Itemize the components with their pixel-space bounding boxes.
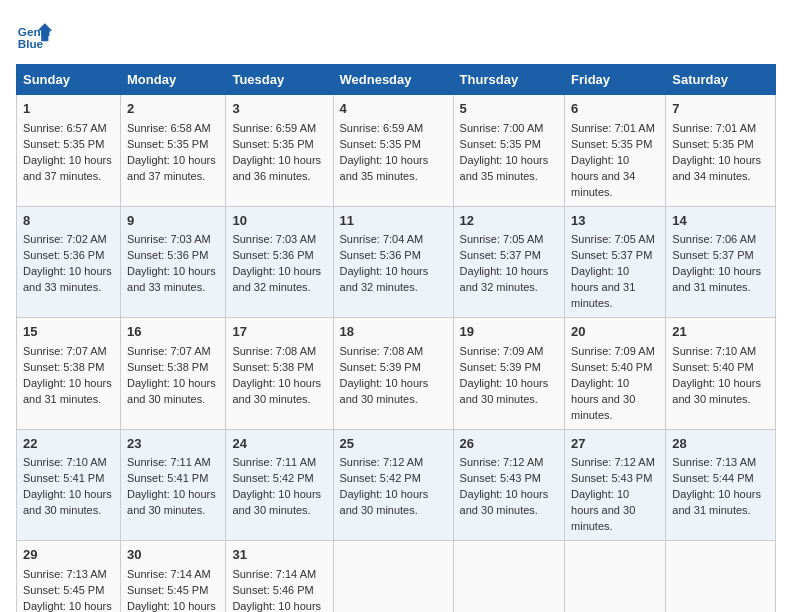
sunrise-label: Sunrise: 7:09 AM — [460, 345, 544, 357]
day-cell: 24Sunrise: 7:11 AMSunset: 5:42 PMDayligh… — [226, 429, 333, 541]
week-row-4: 22Sunrise: 7:10 AMSunset: 5:41 PMDayligh… — [17, 429, 776, 541]
sunrise-label: Sunrise: 7:03 AM — [232, 233, 316, 245]
day-cell: 25Sunrise: 7:12 AMSunset: 5:42 PMDayligh… — [333, 429, 453, 541]
sunrise-label: Sunrise: 7:14 AM — [127, 568, 211, 580]
day-number: 20 — [571, 323, 659, 342]
day-number: 10 — [232, 212, 326, 231]
day-number: 23 — [127, 435, 219, 454]
daylight-label: Daylight: 10 hours and 30 minutes. — [23, 488, 112, 516]
sunrise-label: Sunrise: 6:57 AM — [23, 122, 107, 134]
column-header-sunday: Sunday — [17, 65, 121, 95]
day-cell: 31Sunrise: 7:14 AMSunset: 5:46 PMDayligh… — [226, 541, 333, 612]
column-header-tuesday: Tuesday — [226, 65, 333, 95]
sunset-label: Sunset: 5:36 PM — [232, 249, 313, 261]
calendar-table: SundayMondayTuesdayWednesdayThursdayFrid… — [16, 64, 776, 612]
sunrise-label: Sunrise: 7:10 AM — [23, 456, 107, 468]
sunrise-label: Sunrise: 7:11 AM — [127, 456, 211, 468]
day-cell: 14Sunrise: 7:06 AMSunset: 5:37 PMDayligh… — [666, 206, 776, 318]
sunset-label: Sunset: 5:40 PM — [571, 361, 652, 373]
day-cell: 2Sunrise: 6:58 AMSunset: 5:35 PMDaylight… — [121, 95, 226, 207]
day-number: 11 — [340, 212, 447, 231]
daylight-label: Daylight: 10 hours and 35 minutes. — [340, 154, 429, 182]
daylight-label: Daylight: 10 hours and 32 minutes. — [460, 265, 549, 293]
day-number: 4 — [340, 100, 447, 119]
sunrise-label: Sunrise: 7:00 AM — [460, 122, 544, 134]
daylight-label: Daylight: 10 hours and 30 minutes. — [672, 377, 761, 405]
daylight-label: Daylight: 10 hours and 37 minutes. — [127, 154, 216, 182]
day-cell: 1Sunrise: 6:57 AMSunset: 5:35 PMDaylight… — [17, 95, 121, 207]
page-header: General Blue — [16, 16, 776, 52]
day-number: 26 — [460, 435, 558, 454]
daylight-label: Daylight: 10 hours and 32 minutes. — [232, 600, 321, 612]
day-number: 16 — [127, 323, 219, 342]
sunset-label: Sunset: 5:39 PM — [460, 361, 541, 373]
sunset-label: Sunset: 5:36 PM — [23, 249, 104, 261]
day-cell — [666, 541, 776, 612]
sunset-label: Sunset: 5:44 PM — [672, 472, 753, 484]
day-number: 17 — [232, 323, 326, 342]
day-cell: 6Sunrise: 7:01 AMSunset: 5:35 PMDaylight… — [565, 95, 666, 207]
daylight-label: Daylight: 10 hours and 30 minutes. — [232, 488, 321, 516]
sunset-label: Sunset: 5:38 PM — [127, 361, 208, 373]
daylight-label: Daylight: 10 hours and 30 minutes. — [127, 377, 216, 405]
day-cell: 5Sunrise: 7:00 AMSunset: 5:35 PMDaylight… — [453, 95, 564, 207]
sunrise-label: Sunrise: 7:05 AM — [460, 233, 544, 245]
day-cell: 12Sunrise: 7:05 AMSunset: 5:37 PMDayligh… — [453, 206, 564, 318]
day-cell: 30Sunrise: 7:14 AMSunset: 5:45 PMDayligh… — [121, 541, 226, 612]
sunrise-label: Sunrise: 7:12 AM — [571, 456, 655, 468]
week-row-2: 8Sunrise: 7:02 AMSunset: 5:36 PMDaylight… — [17, 206, 776, 318]
sunrise-label: Sunrise: 7:07 AM — [127, 345, 211, 357]
sunset-label: Sunset: 5:35 PM — [340, 138, 421, 150]
sunrise-label: Sunrise: 7:05 AM — [571, 233, 655, 245]
day-number: 2 — [127, 100, 219, 119]
day-number: 30 — [127, 546, 219, 565]
sunset-label: Sunset: 5:41 PM — [127, 472, 208, 484]
day-cell: 28Sunrise: 7:13 AMSunset: 5:44 PMDayligh… — [666, 429, 776, 541]
daylight-label: Daylight: 10 hours and 30 minutes. — [232, 377, 321, 405]
sunset-label: Sunset: 5:39 PM — [340, 361, 421, 373]
daylight-label: Daylight: 10 hours and 30 minutes. — [571, 488, 635, 532]
day-number: 3 — [232, 100, 326, 119]
column-header-friday: Friday — [565, 65, 666, 95]
sunset-label: Sunset: 5:38 PM — [23, 361, 104, 373]
sunset-label: Sunset: 5:37 PM — [672, 249, 753, 261]
day-cell: 15Sunrise: 7:07 AMSunset: 5:38 PMDayligh… — [17, 318, 121, 430]
logo: General Blue — [16, 16, 52, 52]
day-cell: 17Sunrise: 7:08 AMSunset: 5:38 PMDayligh… — [226, 318, 333, 430]
daylight-label: Daylight: 10 hours and 35 minutes. — [460, 154, 549, 182]
day-number: 25 — [340, 435, 447, 454]
sunset-label: Sunset: 5:40 PM — [672, 361, 753, 373]
sunset-label: Sunset: 5:36 PM — [127, 249, 208, 261]
sunrise-label: Sunrise: 7:06 AM — [672, 233, 756, 245]
daylight-label: Daylight: 10 hours and 30 minutes. — [340, 377, 429, 405]
day-cell: 20Sunrise: 7:09 AMSunset: 5:40 PMDayligh… — [565, 318, 666, 430]
daylight-label: Daylight: 10 hours and 31 minutes. — [672, 265, 761, 293]
day-cell: 11Sunrise: 7:04 AMSunset: 5:36 PMDayligh… — [333, 206, 453, 318]
day-cell: 9Sunrise: 7:03 AMSunset: 5:36 PMDaylight… — [121, 206, 226, 318]
daylight-label: Daylight: 10 hours and 36 minutes. — [232, 154, 321, 182]
daylight-label: Daylight: 10 hours and 32 minutes. — [340, 265, 429, 293]
day-cell: 8Sunrise: 7:02 AMSunset: 5:36 PMDaylight… — [17, 206, 121, 318]
day-cell: 13Sunrise: 7:05 AMSunset: 5:37 PMDayligh… — [565, 206, 666, 318]
sunrise-label: Sunrise: 7:13 AM — [23, 568, 107, 580]
sunset-label: Sunset: 5:46 PM — [232, 584, 313, 596]
daylight-label: Daylight: 10 hours and 31 minutes. — [23, 600, 112, 612]
svg-text:Blue: Blue — [18, 37, 44, 50]
sunrise-label: Sunrise: 7:11 AM — [232, 456, 316, 468]
sunset-label: Sunset: 5:35 PM — [460, 138, 541, 150]
daylight-label: Daylight: 10 hours and 32 minutes. — [232, 265, 321, 293]
sunset-label: Sunset: 5:45 PM — [23, 584, 104, 596]
sunrise-label: Sunrise: 7:08 AM — [232, 345, 316, 357]
sunset-label: Sunset: 5:41 PM — [23, 472, 104, 484]
sunset-label: Sunset: 5:45 PM — [127, 584, 208, 596]
sunset-label: Sunset: 5:37 PM — [460, 249, 541, 261]
day-number: 1 — [23, 100, 114, 119]
sunset-label: Sunset: 5:35 PM — [672, 138, 753, 150]
daylight-label: Daylight: 10 hours and 30 minutes. — [571, 377, 635, 421]
sunrise-label: Sunrise: 7:12 AM — [460, 456, 544, 468]
day-cell: 23Sunrise: 7:11 AMSunset: 5:41 PMDayligh… — [121, 429, 226, 541]
day-number: 13 — [571, 212, 659, 231]
sunset-label: Sunset: 5:35 PM — [232, 138, 313, 150]
sunset-label: Sunset: 5:37 PM — [571, 249, 652, 261]
sunrise-label: Sunrise: 7:12 AM — [340, 456, 424, 468]
